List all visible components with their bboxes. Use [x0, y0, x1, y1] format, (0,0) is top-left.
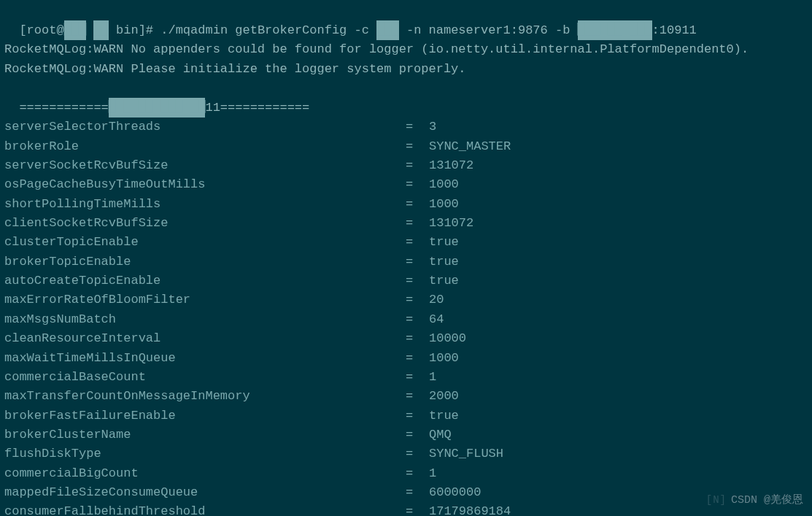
config-row: cleanResourceInterval= 10000 [4, 329, 808, 348]
config-key: serverSocketRcvBufSize [4, 156, 406, 175]
config-key: osPageCacheBusyTimeOutMills [4, 175, 406, 194]
command-text: ./mqadmin getBrokerConfig -c [161, 23, 376, 37]
warn-line-2: RocketMQLog:WARN Please initialize the l… [4, 60, 808, 79]
config-key: brokerTopicEnable [4, 253, 406, 272]
config-row: brokerFastFailureEnable= true [4, 407, 808, 425]
config-key: consumerFallbehindThreshold [4, 502, 406, 516]
censored-host2: ██ [93, 20, 108, 39]
config-row: commercialBigCount= 1 [4, 464, 808, 483]
config-value: 2000 [429, 387, 459, 406]
config-value: 1000 [429, 195, 459, 214]
warn-line-1: RocketMQLog:WARN No appenders could be f… [4, 40, 808, 59]
watermark-text: CSDN @羌俊恩 [731, 492, 803, 509]
config-key: brokerRole [4, 137, 406, 156]
config-value: 10000 [429, 329, 466, 348]
config-key: maxErrorRateOfBloomFilter [4, 290, 406, 309]
config-value: 3 [429, 118, 436, 136]
watermark: [N] CSDN @羌俊恩 [706, 492, 803, 509]
censored-host: ███ [64, 20, 87, 39]
config-equals: = [406, 195, 429, 214]
config-equals: = [406, 387, 429, 406]
config-key: maxWaitTimeMillsInQueue [4, 349, 406, 368]
config-equals: = [406, 118, 429, 136]
separator-suffix: 11============ [205, 101, 309, 115]
prompt-user-host: [root@ [19, 23, 63, 37]
config-equals: = [406, 425, 429, 444]
config-row: autoCreateTopicEnable= true [4, 272, 808, 290]
config-value: 17179869184 [429, 502, 511, 516]
config-equals: = [406, 407, 429, 425]
config-value: 1 [429, 368, 436, 387]
config-equals: = [406, 214, 429, 233]
config-equals: = [406, 175, 429, 194]
separator-censored: █ █ ██ ███ ██ [109, 98, 206, 117]
config-equals: = [406, 368, 429, 387]
config-value: true [429, 253, 459, 272]
config-equals: = [406, 272, 429, 290]
config-row: shortPollingTimeMills= 1000 [4, 195, 808, 214]
config-key: shortPollingTimeMills [4, 195, 406, 214]
config-row: brokerClusterName= QMQ [4, 425, 808, 444]
config-row: clientSocketRcvBufSize= 131072 [4, 214, 808, 233]
config-value: SYNC_FLUSH [429, 444, 503, 463]
separator-prefix: ============ [19, 101, 108, 115]
config-value: true [429, 407, 459, 425]
config-key: brokerFastFailureEnable [4, 407, 406, 425]
config-row: osPageCacheBusyTimeOutMills= 1000 [4, 175, 808, 194]
config-key: mappedFileSizeConsumeQueue [4, 483, 406, 502]
config-row: maxMsgsNumBatch= 64 [4, 310, 808, 329]
censored-cluster: ███ [376, 20, 399, 39]
config-row: maxErrorRateOfBloomFilter= 20 [4, 290, 808, 309]
config-row: consumerFallbehindThreshold= 17179869184 [4, 502, 808, 516]
config-key: brokerClusterName [4, 425, 406, 444]
csdn-logo-icon: [N] [706, 493, 727, 509]
command-prompt-line: [root@███ ██ bin]# ./mqadmin getBrokerCo… [4, 1, 808, 40]
config-equals: = [406, 156, 429, 175]
config-key: commercialBaseCount [4, 368, 406, 387]
separator-line: ============█ █ ██ ███ ██11============ [4, 79, 808, 118]
config-value: 1000 [429, 175, 459, 194]
config-equals: = [406, 290, 429, 309]
config-key: flushDiskType [4, 444, 406, 463]
config-equals: = [406, 464, 429, 483]
config-equals: = [406, 137, 429, 156]
config-equals: = [406, 349, 429, 368]
config-equals: = [406, 233, 429, 252]
config-equals: = [406, 502, 429, 516]
config-list: serverSelectorThreads= 3brokerRole= SYNC… [4, 118, 808, 516]
config-key: commercialBigCount [4, 464, 406, 483]
config-row: flushDiskType= SYNC_FLUSH [4, 444, 808, 463]
config-value: SYNC_MASTER [429, 137, 511, 156]
config-value: 64 [429, 310, 444, 329]
config-value: 1000 [429, 349, 459, 368]
config-key: maxTransferCountOnMessageInMemory [4, 387, 406, 406]
config-value: 6000000 [429, 483, 481, 502]
config-row: maxTransferCountOnMessageInMemory= 2000 [4, 387, 808, 406]
config-equals: = [406, 310, 429, 329]
config-value: 20 [429, 290, 444, 309]
config-key: clusterTopicEnable [4, 233, 406, 252]
config-equals: = [406, 253, 429, 272]
config-row: maxWaitTimeMillsInQueue= 1000 [4, 349, 808, 368]
config-value: true [429, 233, 459, 252]
config-key: clientSocketRcvBufSize [4, 214, 406, 233]
config-key: cleanResourceInterval [4, 329, 406, 348]
config-row: clusterTopicEnable= true [4, 233, 808, 252]
config-value: true [429, 272, 459, 290]
command-args2: :10911 [652, 23, 697, 37]
config-row: serverSelectorThreads= 3 [4, 118, 808, 136]
command-args1: -n nameserver1:9876 -b [399, 23, 578, 37]
config-equals: = [406, 329, 429, 348]
config-value: 131072 [429, 156, 473, 175]
config-row: brokerRole= SYNC_MASTER [4, 137, 808, 156]
config-row: commercialBaseCount= 1 [4, 368, 808, 387]
censored-broker: ███ ██ ███ [578, 20, 652, 39]
prompt-path: bin]# [109, 23, 161, 37]
config-key: serverSelectorThreads [4, 118, 406, 136]
config-key: autoCreateTopicEnable [4, 272, 406, 290]
config-value: 1 [429, 464, 436, 483]
config-value: QMQ [429, 425, 452, 444]
config-row: brokerTopicEnable= true [4, 253, 808, 272]
config-row: mappedFileSizeConsumeQueue= 6000000 [4, 483, 808, 502]
config-equals: = [406, 444, 429, 463]
